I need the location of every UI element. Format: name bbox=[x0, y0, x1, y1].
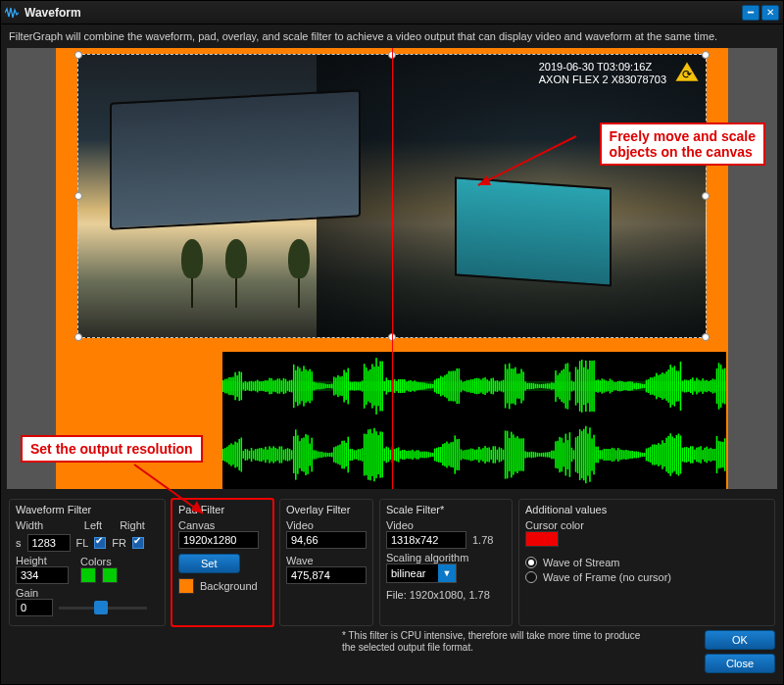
svg-rect-21 bbox=[259, 381, 261, 391]
svg-rect-235 bbox=[690, 379, 692, 393]
svg-rect-315 bbox=[347, 437, 349, 473]
fr-checkbox[interactable] bbox=[132, 537, 144, 549]
sc-video-input[interactable] bbox=[386, 531, 466, 549]
svg-rect-12 bbox=[241, 372, 243, 401]
svg-rect-114 bbox=[446, 374, 448, 399]
svg-rect-283 bbox=[283, 450, 285, 460]
playhead-cursor[interactable] bbox=[392, 48, 393, 489]
resize-handle[interactable] bbox=[74, 192, 82, 200]
color-swatch-left[interactable] bbox=[80, 567, 96, 583]
svg-rect-243 bbox=[706, 380, 708, 392]
svg-rect-384 bbox=[486, 448, 488, 462]
svg-rect-264 bbox=[245, 449, 247, 461]
cursor-color-swatch[interactable] bbox=[525, 531, 559, 547]
svg-rect-6 bbox=[228, 377, 230, 395]
gain-input[interactable] bbox=[16, 599, 53, 616]
svg-rect-181 bbox=[581, 360, 583, 413]
svg-rect-269 bbox=[255, 449, 257, 461]
svg-rect-408 bbox=[535, 452, 537, 457]
svg-rect-405 bbox=[529, 452, 531, 457]
svg-rect-285 bbox=[287, 448, 289, 461]
resize-handle[interactable] bbox=[702, 51, 710, 59]
svg-rect-142 bbox=[503, 380, 505, 393]
svg-rect-222 bbox=[663, 373, 665, 399]
svg-rect-450 bbox=[619, 450, 621, 461]
canvas-input[interactable] bbox=[178, 531, 259, 549]
height-input[interactable] bbox=[16, 566, 69, 584]
svg-rect-151 bbox=[520, 368, 522, 403]
ov-wave-input[interactable] bbox=[286, 566, 367, 584]
svg-rect-452 bbox=[623, 451, 625, 460]
svg-rect-295 bbox=[307, 435, 309, 474]
sc-alg-select[interactable]: bilinear ▼ bbox=[386, 563, 457, 583]
background-swatch[interactable] bbox=[178, 578, 194, 594]
svg-rect-458 bbox=[635, 451, 637, 458]
svg-rect-353 bbox=[424, 452, 426, 459]
svg-rect-428 bbox=[575, 437, 577, 471]
svg-rect-441 bbox=[602, 450, 604, 459]
svg-rect-432 bbox=[583, 429, 585, 481]
svg-rect-356 bbox=[430, 453, 432, 457]
svg-rect-270 bbox=[257, 449, 259, 461]
svg-rect-415 bbox=[549, 452, 551, 458]
svg-rect-275 bbox=[267, 450, 269, 460]
svg-rect-476 bbox=[671, 436, 673, 472]
minimize-button[interactable]: ━ bbox=[742, 5, 760, 21]
svg-rect-279 bbox=[274, 448, 276, 462]
close-dialog-button[interactable]: Close bbox=[705, 654, 775, 673]
svg-rect-406 bbox=[531, 452, 533, 459]
svg-rect-90 bbox=[398, 379, 400, 393]
svg-rect-203 bbox=[625, 382, 627, 390]
resize-handle[interactable] bbox=[74, 333, 82, 341]
svg-rect-22 bbox=[261, 381, 263, 391]
svg-rect-306 bbox=[329, 453, 331, 457]
svg-rect-108 bbox=[434, 380, 436, 393]
ov-video-input[interactable] bbox=[286, 531, 367, 549]
svg-rect-484 bbox=[688, 448, 690, 462]
svg-rect-175 bbox=[569, 371, 571, 400]
svg-rect-477 bbox=[674, 438, 676, 471]
gain-slider[interactable] bbox=[59, 601, 147, 614]
svg-rect-247 bbox=[714, 379, 716, 393]
svg-rect-14 bbox=[245, 381, 247, 391]
resize-handle[interactable] bbox=[702, 192, 710, 200]
svg-rect-367 bbox=[452, 442, 454, 467]
svg-rect-494 bbox=[708, 449, 710, 461]
group-title: Overlay Filter bbox=[286, 504, 367, 515]
wave-stream-radio[interactable] bbox=[525, 557, 537, 568]
annotation-arrow bbox=[124, 460, 213, 518]
svg-rect-41 bbox=[299, 367, 301, 404]
svg-rect-135 bbox=[488, 381, 490, 392]
set-button[interactable]: Set bbox=[178, 554, 240, 573]
svg-rect-56 bbox=[329, 384, 331, 388]
close-button[interactable]: ✕ bbox=[761, 5, 779, 21]
colors-label: Colors bbox=[80, 556, 118, 567]
waveform-object[interactable] bbox=[222, 352, 726, 489]
svg-rect-120 bbox=[459, 368, 461, 404]
svg-rect-478 bbox=[676, 435, 678, 474]
svg-rect-225 bbox=[669, 365, 671, 408]
svg-rect-31 bbox=[279, 378, 281, 393]
svg-rect-370 bbox=[459, 439, 461, 470]
svg-rect-278 bbox=[272, 446, 274, 463]
svg-rect-402 bbox=[522, 438, 524, 471]
resize-handle[interactable] bbox=[74, 51, 82, 59]
canvas-area[interactable]: 2019-06-30 T03:09:16Z AXON FLEX 2 X83078… bbox=[7, 48, 777, 489]
svg-rect-183 bbox=[585, 361, 587, 412]
svg-rect-420 bbox=[559, 437, 561, 472]
svg-rect-326 bbox=[369, 429, 371, 481]
wave-frame-radio[interactable] bbox=[525, 571, 537, 583]
video-timestamp: 2019-06-30 T03:09:16Z AXON FLEX 2 X83078… bbox=[539, 61, 666, 86]
svg-rect-343 bbox=[404, 450, 406, 460]
ok-button[interactable]: OK bbox=[705, 630, 775, 650]
svg-rect-461 bbox=[642, 453, 644, 457]
sc-video-label: Video bbox=[386, 519, 506, 531]
titlebar[interactable]: Waveform ━ ✕ bbox=[1, 1, 783, 24]
resize-handle[interactable] bbox=[702, 333, 710, 341]
svg-rect-475 bbox=[669, 433, 671, 476]
width-input[interactable] bbox=[27, 534, 71, 552]
fl-checkbox[interactable] bbox=[94, 537, 106, 549]
color-swatch-right[interactable] bbox=[102, 567, 118, 583]
svg-rect-339 bbox=[396, 448, 398, 462]
svg-rect-362 bbox=[442, 444, 444, 465]
